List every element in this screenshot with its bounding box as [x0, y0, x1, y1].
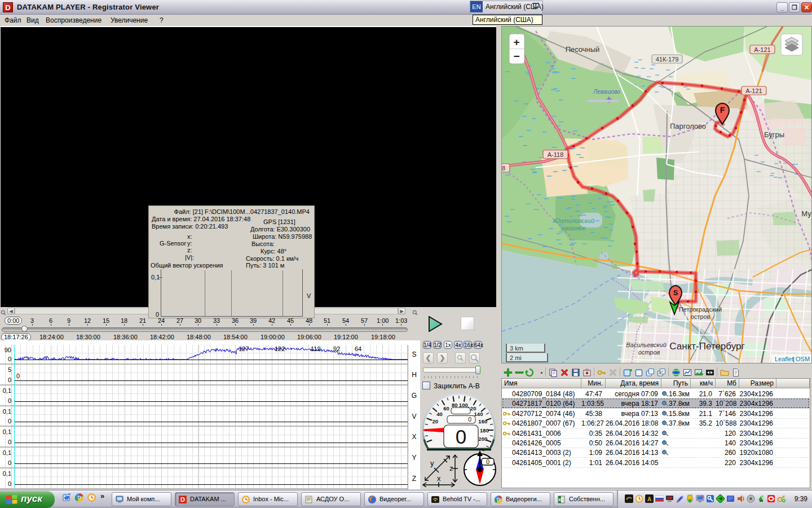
svg-text:остров: остров	[691, 313, 710, 320]
svg-text:F: F	[720, 106, 725, 115]
svg-text:−: −	[513, 50, 519, 62]
svg-text:Leaflet: Leaflet	[775, 356, 793, 362]
svg-text:А-118: А-118	[548, 151, 564, 158]
svg-text:40: 40	[436, 411, 443, 417]
svg-text:Санкт-Петербург: Санкт-Петербург	[669, 341, 744, 352]
svg-text:A-121: A-121	[754, 46, 770, 53]
svg-text:Левашово: Левашово	[593, 89, 620, 95]
svg-text:D: D	[180, 496, 185, 503]
svg-text:z: z	[449, 464, 453, 472]
svg-text:140: 140	[474, 411, 483, 417]
svg-text:20: 20	[432, 418, 438, 424]
svg-text:60: 60	[443, 405, 449, 411]
svg-text:заказник: заказник	[560, 225, 586, 231]
svg-text:2 mi: 2 mi	[510, 354, 522, 361]
svg-text:A: A	[647, 496, 651, 502]
svg-text:S: S	[673, 288, 678, 297]
svg-text:x: x	[437, 474, 441, 483]
svg-text:Петроградский: Петроградский	[679, 306, 722, 313]
svg-text:+: +	[513, 36, 519, 48]
svg-text:0: 0	[456, 426, 466, 448]
svg-text:8: 8	[502, 165, 505, 172]
svg-text:160: 160	[478, 418, 487, 424]
svg-text:3 km: 3 km	[510, 345, 523, 352]
svg-text:Бугры: Бугры	[764, 130, 784, 139]
svg-text:А-121: А-121	[745, 87, 762, 94]
svg-text:Му: Му	[801, 209, 811, 218]
svg-text:X: X	[558, 497, 562, 502]
svg-text:Васильевский: Васильевский	[626, 341, 667, 348]
svg-text:0: 0	[468, 416, 471, 423]
svg-text:0: 0	[486, 458, 489, 465]
svg-text:180: 180	[480, 427, 489, 433]
svg-text:OSM: OSM	[796, 356, 810, 362]
svg-text:Песочный: Песочный	[566, 45, 600, 54]
svg-text:200: 200	[478, 436, 487, 442]
svg-text:Юнтоловский: Юнтоловский	[554, 217, 595, 224]
svg-text:остров: остров	[638, 349, 660, 356]
svg-text:y: y	[430, 459, 434, 467]
svg-text:41К-179: 41К-179	[656, 56, 679, 63]
svg-text:Парголово: Парголово	[670, 122, 706, 130]
svg-text:|: |	[793, 356, 795, 362]
